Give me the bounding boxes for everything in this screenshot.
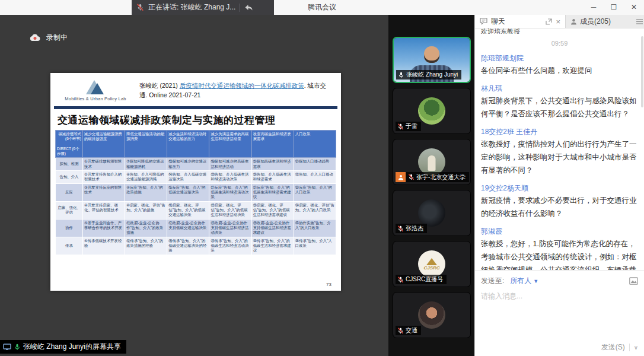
mic-on-icon	[398, 72, 404, 78]
send-to-label: 发送至:	[481, 276, 504, 286]
policy-table-row: 探知、检测①开发碳排放检测智慧技术⑦探知可降低的交通运输能源消耗⑬探知可减少的交…	[56, 158, 336, 171]
participant-name: 张宇-北京交通大学	[416, 173, 466, 182]
participant-chip-row: 张峻屹 Zhang Junyi	[396, 70, 461, 80]
send-options-caret-icon[interactable]: ∨	[634, 344, 638, 351]
tab-chat-label: 聊天	[491, 17, 505, 27]
chat-bubble-icon	[480, 18, 487, 25]
policy-cell: ⑭告知、介入低碳交通运输决策	[167, 170, 209, 183]
policy-row-label: 协作	[56, 219, 83, 237]
participant-tile[interactable]: 张宇-北京交通大学	[393, 139, 471, 185]
policy-cell: ㉖告知、介入低碳生活和经济需求	[251, 170, 294, 183]
policy-row-label: 告知、介入	[56, 170, 83, 183]
policy-cell: ⑩启蒙、强化、评估"告知、介入"的措施	[125, 201, 167, 219]
participant-chip-row: CJSRC直播号	[396, 275, 447, 284]
popout-icon[interactable]	[546, 18, 552, 25]
policy-table-header-row: 碳减排恒等式 (6个环节) DIRECT (6个步骤) 减少交通运输能源消费的碳…	[56, 131, 336, 158]
avatar: CJSRC	[418, 250, 445, 278]
avatar	[418, 301, 445, 329]
chat-tabs: 聊天 × 成员(205)	[475, 15, 644, 28]
image-icon[interactable]	[629, 277, 638, 285]
participant-tile[interactable]: CJSRCCJSRC直播号	[393, 241, 471, 287]
policy-cell: ⑰政府-企业-公众协作支持低碳交通运输决策	[167, 219, 209, 237]
tab-members-label: 成员(205)	[580, 17, 611, 27]
participant-tile[interactable]: 交通	[393, 292, 471, 338]
message-text: 各位同学有些什么问题，欢迎提问	[481, 64, 638, 77]
window-controls: ─ ☐ ✕	[584, 0, 644, 15]
hand-raised-badge	[396, 172, 406, 182]
policy-table-column-header: 减少生活和经济活动对交通运输的压力	[167, 131, 209, 158]
slide-page-number: 73	[326, 282, 331, 287]
message-sender: 18交控2班 王佳丹	[481, 126, 638, 138]
participant-tile[interactable]: 张峻屹 Zhang Junyi	[393, 37, 471, 83]
mic-muted-icon	[397, 276, 404, 283]
participant-chip-row: 交通	[396, 326, 421, 335]
share-mic-icon	[14, 344, 21, 351]
policy-cell: ⑧告知、介入可降低的交通运输能源消耗	[125, 170, 167, 183]
policy-cell: ㉕探知高碳生活和经济需求	[251, 158, 294, 171]
policy-cell: ㉒启蒙、强化、评估"告知、介入"的低碳生活和经济活动决策	[209, 201, 251, 219]
citation-link: 后疫情时代交通运输领域的一体化碳减排政策	[180, 82, 304, 89]
policy-table-column-header: 减少交通运输能源消费的碳排放强度	[83, 131, 125, 158]
back-arrow-icon[interactable]	[244, 4, 253, 11]
send-to-dropdown[interactable]: 所有人	[510, 276, 531, 286]
policy-cell: ㉘启蒙、强化、评估"告知、介入"的低碳生活和经济需求建议	[251, 201, 294, 219]
participant-name-chip: 于雷	[396, 122, 421, 131]
share-source-text: 张峻屹 Zhang Junyi的屏幕共享	[23, 342, 121, 352]
panel-menu-icon[interactable]	[635, 15, 644, 28]
policy-table-row: 反应③开发支持反应的智慧技术⑨反应"告知、介入"的政策措施⑮反应"告知、介入"的…	[56, 183, 336, 201]
citation-prefix: 张峻屹 (2021)	[139, 82, 180, 89]
policy-table-row: 传承⑥传承低碳技术开发经验⑫传承"告知、介入"的政策措施的经验⑱传承"告知、介入…	[56, 237, 336, 255]
policy-cell: ㉝反应"告知、介入"的人口政策	[294, 183, 336, 201]
message-text: 张教授，您好，1.防疫可能作为常态化的存在，考验城市公共交通领域的传统设计，例如…	[481, 237, 638, 270]
participant-name: CJSRC直播号	[406, 275, 443, 284]
message-sender: 林凡琪	[481, 82, 638, 94]
speaking-text: 正在讲话: 张峻屹 Zhang J...	[148, 2, 235, 12]
send-button[interactable]: 发送(S)	[601, 342, 625, 352]
policy-table-row: 启蒙、强化、评估④开发支持启蒙、强化、评估的智慧技术⑩启蒙、强化、评估"告知、介…	[56, 201, 336, 219]
participant-tile[interactable]: 于雷	[393, 88, 471, 134]
speaking-indicator: 正在讲话: 张峻屹 Zhang J...	[132, 0, 274, 15]
chat-close-icon[interactable]: ×	[556, 17, 560, 26]
policy-row-label: 启蒙、强化、评估	[56, 201, 83, 219]
policy-row-label: 探知、检测	[56, 158, 83, 171]
window-titlebar: 腾讯会议 正在讲话: 张峻屹 Zhang J... ─ ☐ ✕	[0, 0, 644, 15]
avatar	[418, 199, 445, 227]
chat-message-list[interactable]: 09:59 陈琨部规划院各位同学有些什么问题，欢迎提问林凡琪新冠肺炎背景下，公共…	[475, 34, 644, 270]
close-button[interactable]: ✕	[624, 0, 644, 15]
tab-members[interactable]: 成员(205)	[565, 15, 635, 28]
policy-cell: ②开发支持告知介入的智慧技术	[83, 170, 125, 183]
participant-tile[interactable]: 张浩杰	[393, 190, 471, 236]
lab-logo-icon	[82, 79, 109, 94]
participant-name-chip: 张峻屹 Zhang Junyi	[396, 70, 461, 80]
message-input[interactable]	[481, 292, 638, 300]
policy-table-corner-cell: 碳减排恒等式 (6个环节) DIRECT (6个步骤)	[56, 131, 83, 158]
citation: 张峻屹 (2021) 后疫情时代交通运输领域的一体化碳减排政策. 城市交通. O…	[139, 81, 333, 100]
cjsrc-logo-text: CJSRC	[423, 265, 439, 271]
participant-name: 张浩杰	[406, 224, 423, 233]
participant-face	[424, 46, 439, 63]
policy-cell: ㉜告知、介入人口移动	[294, 170, 336, 183]
presentation-slide: Mobilities & Urban Policy Lab 张峻屹 (2021)…	[50, 73, 341, 291]
policy-cell: ㉞启蒙、强化、评估"告知、介入"的人口政策	[294, 201, 336, 219]
minimize-button[interactable]: ─	[584, 0, 604, 15]
mic-muted-icon	[408, 174, 415, 180]
participant-name-chip: 交通	[396, 326, 421, 335]
participant-chip-row: 张宇-北京交通大学	[396, 172, 469, 182]
maximize-button[interactable]: ☐	[604, 0, 624, 15]
policy-table-row: 告知、介入②开发支持告知介入的智慧技术⑧告知、介入可降低的交通运输能源消耗⑭告知…	[56, 170, 336, 183]
avatar	[418, 97, 445, 125]
pill-divider	[240, 4, 240, 12]
policy-table: 碳减排恒等式 (6个环节) DIRECT (6个步骤) 减少交通运输能源消费的碳…	[55, 130, 336, 255]
lab-logo-text: Mobilities & Urban Policy Lab	[58, 96, 133, 101]
message-text: 新冠肺炎背景下，公共交通出行与感染风险该如何平衡？是否应该不那么提倡公共交通出行…	[481, 94, 638, 120]
policy-cell: ㉙政府-企业-公众协作支持低碳生活和经济需求建议	[251, 219, 294, 237]
message-sender: 19交控2杨天顺	[481, 182, 638, 194]
cjsrc-logo-icon	[426, 258, 437, 265]
participant-name-chip: 张宇-北京交通大学	[406, 172, 469, 182]
tab-chat[interactable]: 聊天 ×	[475, 15, 565, 28]
policy-table-row: 协作⑤基于企业间合作、产学研合作等的技术开发⑪政府-企业-公众协作"告知、介入"…	[56, 219, 336, 237]
policy-table-column-header: 降低交通运输活动的能源消费	[125, 131, 167, 158]
member-icon	[570, 18, 577, 25]
chat-scrollbar[interactable]	[641, 36, 643, 107]
recording-label: 录制中	[46, 33, 68, 43]
